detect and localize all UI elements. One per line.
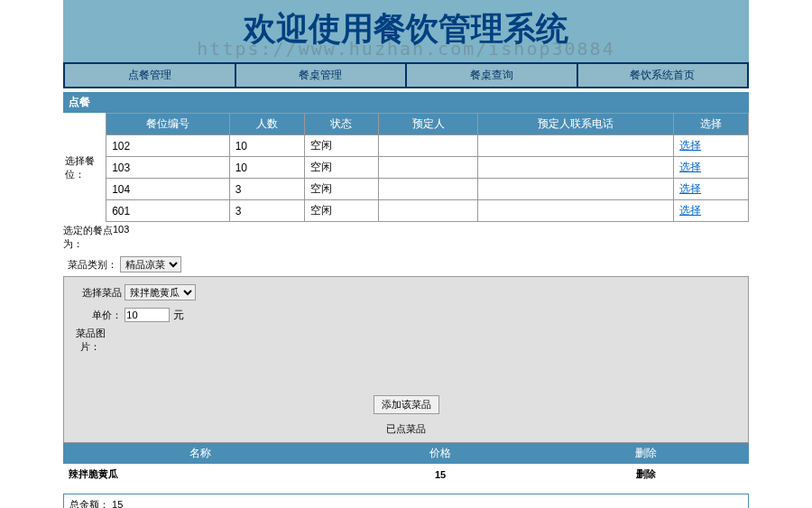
nav-table-mgmt[interactable]: 餐桌管理 — [236, 64, 408, 87]
ordered-col-delete: 删除 — [543, 443, 749, 464]
dish-select[interactable]: 辣拌脆黄瓜 — [125, 284, 196, 300]
table-row: 10210空闲选择 — [106, 135, 749, 157]
table-cell: 3 — [229, 200, 304, 222]
table-cell — [478, 179, 674, 200]
select-seat-link[interactable]: 选择 — [679, 182, 701, 195]
table-row: 1043空闲选择 — [106, 179, 749, 200]
table-cell — [478, 157, 674, 179]
price-input[interactable] — [125, 308, 170, 322]
select-seat-link[interactable]: 选择 — [679, 204, 701, 217]
header-banner: 欢迎使用餐饮管理系统 https://www.huzhan.com/ishop3… — [63, 0, 749, 62]
table-cell: 空闲 — [304, 135, 379, 157]
table-cell: 601 — [106, 200, 230, 222]
total-label: 总金额： — [69, 499, 109, 508]
select-seat-link[interactable]: 选择 — [679, 161, 701, 173]
table-cell: 103 — [106, 157, 230, 179]
table-cell: 3 — [229, 179, 304, 200]
ordered-col-name: 名称 — [63, 443, 337, 464]
price-label: 单价： — [68, 309, 122, 322]
table-cell: 空闲 — [304, 200, 379, 222]
table-cell — [379, 135, 478, 157]
nav-table-query[interactable]: 餐桌查询 — [407, 64, 578, 87]
table-cell: 104 — [106, 179, 230, 200]
col-seat-id: 餐位编号 — [106, 114, 230, 135]
table-row: 10310空闲选择 — [106, 157, 749, 179]
ordered-dishes-label: 已点菜品 — [68, 420, 744, 439]
col-select: 选择 — [674, 114, 749, 135]
table-cell: 102 — [106, 135, 230, 157]
table-cell — [478, 135, 674, 157]
ordered-name: 辣拌脆黄瓜 — [63, 464, 337, 485]
section-title: 点餐 — [63, 92, 749, 113]
nav-bar: 点餐管理 餐桌管理 餐桌查询 餐饮系统首页 — [63, 62, 749, 88]
table-cell: 10 — [229, 157, 304, 179]
selected-seat-value: 103 — [113, 224, 129, 251]
nav-order-mgmt[interactable]: 点餐管理 — [65, 64, 236, 87]
col-status: 状态 — [304, 114, 379, 135]
col-people: 人数 — [229, 114, 304, 135]
table-cell — [478, 200, 674, 222]
dish-label: 选择菜品 — [68, 286, 122, 300]
dish-image-label: 菜品图片： — [68, 327, 113, 390]
ordered-price: 15 — [337, 464, 543, 485]
ordered-col-price: 价格 — [337, 443, 543, 464]
category-label: 菜品类别： — [63, 258, 117, 272]
ordered-table: 名称 价格 删除 辣拌脆黄瓜15删除 — [63, 443, 749, 485]
nav-home[interactable]: 餐饮系统首页 — [578, 64, 748, 87]
select-seat-label: 选择餐位： — [63, 113, 106, 222]
selected-seat-label: 选定的餐点为： — [63, 224, 113, 251]
table-cell — [379, 200, 478, 222]
select-seat-link[interactable]: 选择 — [679, 139, 701, 152]
category-select[interactable]: 精品凉菜 — [120, 256, 181, 272]
ordered-row: 辣拌脆黄瓜15删除 — [63, 464, 749, 485]
table-row: 6013空闲选择 — [106, 200, 749, 222]
add-dish-button[interactable]: 添加该菜品 — [374, 395, 439, 414]
seat-table-header: 餐位编号 人数 状态 预定人 预定人联系电话 选择 — [106, 114, 749, 135]
total-value: 15 — [112, 499, 123, 508]
table-cell: 空闲 — [304, 157, 379, 179]
table-cell — [379, 157, 478, 179]
seat-table: 餐位编号 人数 状态 预定人 预定人联系电话 选择 10210空闲选择10310… — [106, 113, 749, 222]
delete-link[interactable]: 删除 — [543, 464, 749, 485]
table-cell: 10 — [229, 135, 304, 157]
table-cell — [379, 179, 478, 200]
table-cell: 空闲 — [304, 179, 379, 200]
watermark-text: https://www.huzhan.com/ishop30884 — [197, 38, 614, 60]
col-booker: 预定人 — [379, 114, 478, 135]
col-phone: 预定人联系电话 — [478, 114, 674, 135]
price-unit: 元 — [173, 309, 184, 321]
